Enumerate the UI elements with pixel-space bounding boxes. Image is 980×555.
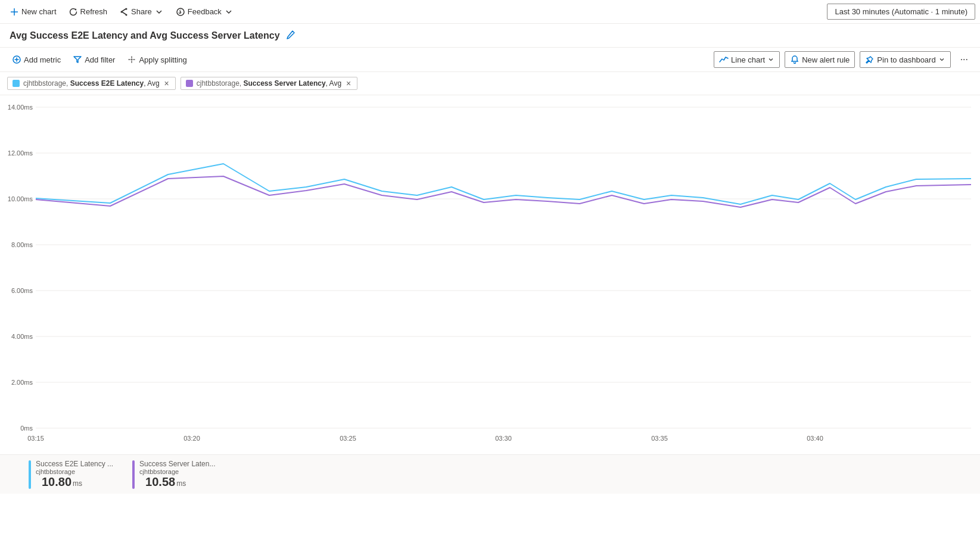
refresh-button[interactable]: Refresh (64, 4, 113, 20)
pin-to-dashboard-label: Pin to dashboard (877, 55, 935, 64)
y-label-10: 10.00ms (8, 195, 33, 202)
chart-type-label: Line chart (731, 55, 765, 64)
main-content: New chart Refresh Share (0, 0, 980, 494)
x-label-0325: 03:25 (340, 435, 356, 442)
y-label-12: 12.00ms (8, 149, 33, 157)
metric-tag-2-name: Success Server Latency (244, 79, 326, 88)
metric-tag-1-resource: cjhtbbstorage, (23, 79, 70, 88)
plus-icon (10, 7, 19, 17)
legend-2-sub: cjhtbbstorage (139, 468, 215, 475)
new-chart-label: New chart (21, 7, 57, 16)
add-metric-icon (12, 55, 21, 64)
page-title: Avg Success E2E Latency and Avg Success … (10, 30, 280, 41)
legend-2-value: 10.58 (145, 475, 175, 489)
chart-type-chevron-icon (767, 56, 774, 63)
metric-tag-2: cjhtbbstorage, Success Server Latency, A… (181, 77, 357, 90)
svg-point-2 (121, 11, 123, 13)
new-chart-button[interactable]: New chart (5, 4, 61, 20)
legend-2-header: Success Server Laten... (139, 460, 215, 468)
pin-chevron-icon (938, 56, 945, 63)
chart-type-button[interactable]: Line chart (714, 51, 780, 68)
x-label-0320: 03:20 (183, 435, 200, 442)
share-label: Share (131, 7, 152, 16)
legend-1-title: Success E2E Latency ... (36, 460, 113, 468)
legend-1-value: 10.80 (42, 475, 71, 489)
x-label-0340: 03:40 (807, 435, 823, 442)
series-2-line (36, 176, 971, 207)
legend-item-2: Success Server Laten... cjhtbbstorage 10… (132, 460, 215, 489)
svg-point-4 (180, 10, 181, 10)
split-icon (127, 55, 136, 64)
legend-color-2 (132, 460, 135, 489)
metric-tag-2-text: cjhtbbstorage, Success Server Latency, A… (197, 79, 341, 88)
feedback-label: Feedback (188, 7, 222, 16)
legend-item-1: Success E2E Latency ... cjhtbbstorage 10… (29, 460, 113, 489)
share-button[interactable]: Share (114, 4, 169, 20)
legend-2-body: 10.58 ms (139, 475, 215, 489)
legend-area: Success E2E Latency ... cjhtbbstorage 10… (0, 454, 980, 494)
bell-icon (790, 55, 799, 64)
y-label-4: 4.00ms (11, 333, 33, 340)
new-alert-rule-button[interactable]: New alert rule (785, 51, 855, 68)
x-label-0335: 03:35 (651, 435, 668, 442)
y-label-0: 0ms (20, 425, 33, 432)
legend-1-sub: cjhtbbstorage (36, 468, 113, 475)
refresh-icon (69, 7, 78, 17)
apply-splitting-label: Apply splitting (139, 55, 186, 64)
metric-tag-1-text: cjhtbbstorage, Success E2E Latency, Avg (23, 79, 160, 88)
metric-tags: cjhtbbstorage, Success E2E Latency, Avg … (0, 72, 980, 95)
time-range-label: Last 30 minutes (Automatic · 1 minute) (835, 7, 967, 16)
legend-2-title: Success Server Laten... (139, 460, 215, 468)
more-options-button[interactable]: ··· (956, 51, 973, 68)
feedback-icon (176, 7, 185, 17)
pencil-icon (286, 30, 295, 39)
metric-tag-1-color (13, 80, 20, 87)
new-alert-rule-label: New alert rule (802, 55, 850, 64)
edit-title-button[interactable] (285, 29, 297, 42)
legend-2-unit: ms (176, 479, 186, 488)
legend-item-1-content: Success E2E Latency ... cjhtbbstorage 10… (36, 460, 113, 489)
metric-tag-2-color (186, 80, 193, 87)
metric-tag-1-name: Success E2E Latency (70, 79, 144, 88)
refresh-label: Refresh (80, 7, 108, 16)
y-label-8: 8.00ms (11, 241, 33, 248)
y-label-14: 14.00ms (8, 104, 33, 111)
chart-container: 14.00ms 12.00ms 10.00ms 8.00ms 6.00ms 4.… (0, 95, 980, 454)
toolbar: New chart Refresh Share (0, 0, 980, 24)
filter-icon (73, 55, 82, 64)
x-label-0330: 03:30 (495, 435, 512, 442)
share-icon (119, 7, 129, 17)
add-metric-label: Add metric (24, 55, 61, 64)
feedback-button[interactable]: Feedback (171, 4, 238, 20)
y-label-6: 6.00ms (11, 287, 33, 294)
toolbar-right: Last 30 minutes (Automatic · 1 minute) (827, 4, 975, 20)
metric-tag-2-resource: cjhtbbstorage, (197, 79, 244, 88)
apply-splitting-button[interactable]: Apply splitting (122, 52, 191, 67)
chart-svg: 14.00ms 12.00ms 10.00ms 8.00ms 6.00ms 4.… (0, 95, 980, 453)
pin-to-dashboard-button[interactable]: Pin to dashboard (860, 51, 950, 68)
add-filter-button[interactable]: Add filter (68, 52, 120, 67)
metrics-right: Line chart New alert rule Pin to dashboa… (714, 51, 973, 68)
title-bar: Avg Success E2E Latency and Avg Success … (0, 24, 980, 48)
series-1-line (36, 164, 971, 204)
add-filter-label: Add filter (85, 55, 115, 64)
line-chart-icon (719, 55, 729, 64)
metric-tag-2-close-button[interactable]: × (345, 79, 352, 88)
x-label-0315: 03:15 (27, 435, 44, 442)
y-label-2: 2.00ms (11, 379, 33, 386)
svg-point-1 (126, 14, 127, 15)
legend-1-body: 10.80 ms (36, 475, 113, 489)
feedback-chevron-icon (224, 7, 234, 17)
legend-item-2-content: Success Server Laten... cjhtbbstorage 10… (139, 460, 215, 489)
time-range-button[interactable]: Last 30 minutes (Automatic · 1 minute) (827, 4, 975, 20)
legend-1-unit: ms (73, 479, 82, 488)
legend-1-header: Success E2E Latency ... (36, 460, 113, 468)
share-chevron-icon (154, 7, 164, 17)
metric-tag-1: cjhtbbstorage, Success E2E Latency, Avg … (7, 77, 176, 90)
add-metric-button[interactable]: Add metric (7, 52, 66, 67)
more-options-label: ··· (960, 54, 968, 64)
metric-tag-2-agg: , Avg (326, 79, 341, 88)
metric-tag-1-agg: , Avg (144, 79, 159, 88)
metrics-toolbar: Add metric Add filter Apply splitting Li… (0, 48, 980, 72)
metric-tag-1-close-button[interactable]: × (163, 79, 170, 88)
